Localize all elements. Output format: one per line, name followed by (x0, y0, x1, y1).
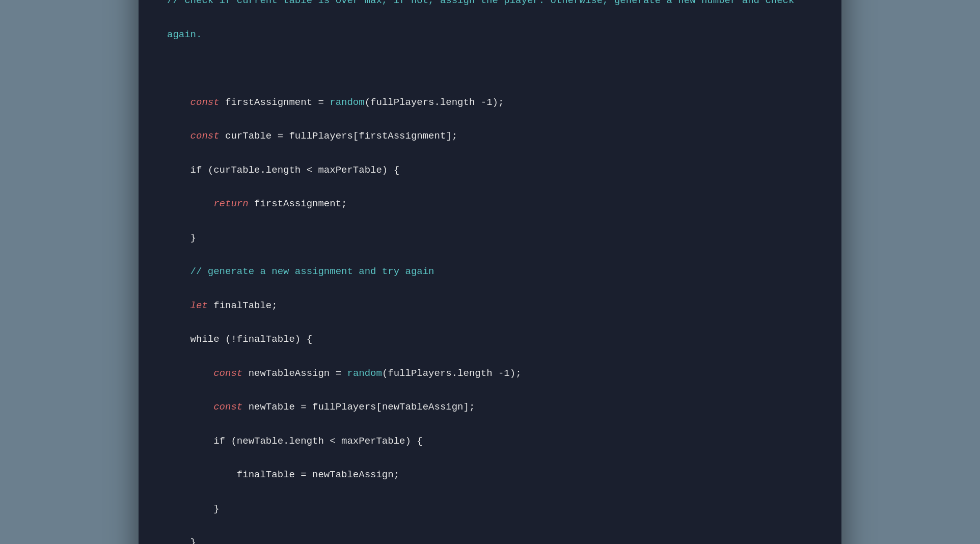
code-line-18: } (167, 534, 813, 544)
code-line-3: again. (167, 26, 813, 43)
code-line-5: const firstAssignment = random(fullPlaye… (167, 94, 813, 111)
code-line-9: } (167, 230, 813, 247)
code-line-2: // check if current table is over max, i… (167, 0, 813, 10)
code-line-16: finalTable = newTableAssign; (167, 467, 813, 483)
code-window: export const finalTableAssignment = (ful… (139, 0, 841, 544)
code-line-7: if (curTable.length < maxPerTable) { (167, 162, 813, 179)
code-line-12: while (!finalTable) { (167, 331, 813, 348)
code-line-8: return firstAssignment; (167, 196, 813, 212)
code-line-15: if (newTable.length < maxPerTable) { (167, 433, 813, 450)
blank-line-4 (167, 60, 813, 77)
code-line-14: const newTable = fullPlayers[newTableAss… (167, 399, 813, 416)
code-block: export const finalTableAssignment = (ful… (167, 0, 813, 544)
code-line-13: const newTableAssign = random(fullPlayer… (167, 365, 813, 382)
code-line-6: const curTable = fullPlayers[firstAssign… (167, 128, 813, 145)
code-line-11: let finalTable; (167, 297, 813, 314)
code-line-10: // generate a new assignment and try aga… (167, 263, 813, 280)
code-line-17: } (167, 501, 813, 518)
